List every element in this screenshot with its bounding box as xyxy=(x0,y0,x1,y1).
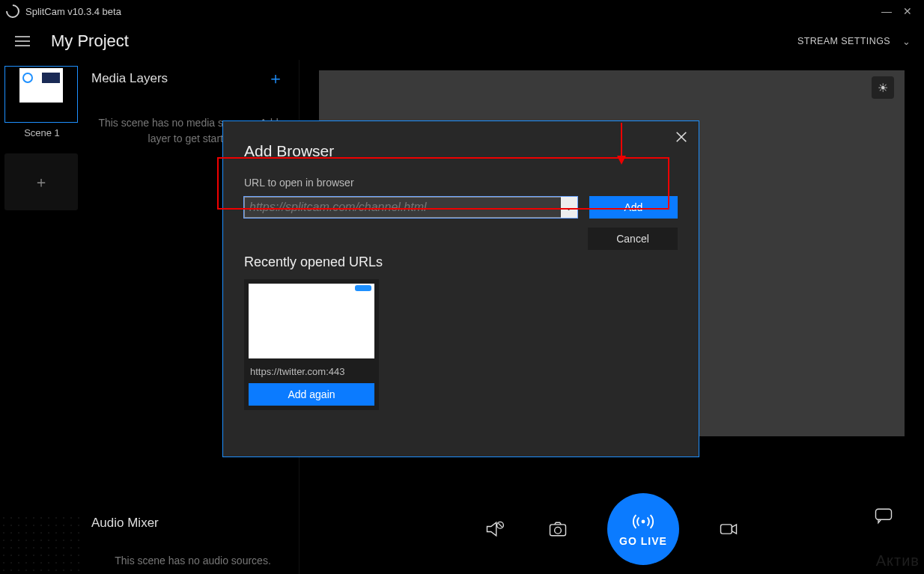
stream-settings-button[interactable]: STREAM SETTINGS xyxy=(797,36,890,46)
brightness-button[interactable]: ☀ xyxy=(872,76,894,99)
app-logo-icon xyxy=(3,1,22,20)
svg-point-3 xyxy=(555,527,562,534)
close-icon xyxy=(675,130,688,144)
add-button[interactable]: Add xyxy=(589,196,678,219)
app-title: SplitCam v10.3.4 beta xyxy=(25,6,121,17)
close-window-button[interactable]: ✕ xyxy=(897,5,918,17)
bottom-toolbar: GO LIVE xyxy=(300,484,924,574)
recent-url-text: https://twitter.com:443 xyxy=(249,358,374,383)
recent-url-thumbnail[interactable] xyxy=(249,284,374,358)
dialog-close-button[interactable] xyxy=(675,130,688,147)
menu-button[interactable] xyxy=(7,26,37,56)
decorative-dots xyxy=(0,514,82,574)
title-bar: SplitCam v10.3.4 beta — ✕ xyxy=(0,0,924,22)
webcam-button[interactable] xyxy=(715,516,742,543)
audio-mixer-title: Audio Mixer xyxy=(91,516,294,531)
url-input[interactable] xyxy=(244,197,577,218)
camera-icon xyxy=(547,519,568,540)
add-media-layer-button[interactable]: ＋ xyxy=(263,67,288,90)
svg-line-1 xyxy=(498,523,502,527)
chevron-down-icon: ⌄ xyxy=(565,203,572,213)
recent-url-card: https://twitter.com:443 Add again xyxy=(244,279,379,410)
cancel-button[interactable]: Cancel xyxy=(588,228,678,250)
minimize-button[interactable]: — xyxy=(876,5,897,17)
go-live-label: GO LIVE xyxy=(619,535,667,547)
snapshot-button[interactable] xyxy=(544,516,571,543)
project-bar: My Project STREAM SETTINGS ⌄ xyxy=(0,22,924,60)
broadcast-icon xyxy=(631,511,655,532)
dialog-title: Add Browser xyxy=(223,121,699,160)
scenes-panel: Scene 1 ＋ xyxy=(0,60,84,574)
video-camera-icon xyxy=(718,519,739,540)
mute-button[interactable] xyxy=(481,516,508,543)
svg-rect-5 xyxy=(721,525,732,534)
add-browser-dialog: Add Browser URL to open in browser ⌄ Add… xyxy=(222,120,699,457)
url-dropdown-toggle[interactable]: ⌄ xyxy=(561,197,577,218)
svg-rect-6 xyxy=(876,509,892,519)
add-again-button[interactable]: Add again xyxy=(249,383,374,406)
chat-button[interactable] xyxy=(870,502,897,529)
scene-thumbnail[interactable] xyxy=(4,66,78,123)
svg-point-4 xyxy=(642,520,645,524)
media-layers-title: Media Layers xyxy=(91,71,168,86)
watermark-text: Актив xyxy=(876,552,920,570)
plus-icon: ＋ xyxy=(34,172,49,192)
chat-icon xyxy=(873,505,894,526)
project-name: My Project xyxy=(51,31,129,51)
sun-icon: ☀ xyxy=(878,81,888,95)
recent-urls-title: Recently opened URLs xyxy=(244,254,678,270)
add-scene-button[interactable]: ＋ xyxy=(4,153,78,210)
url-field-label: URL to open in browser xyxy=(244,177,678,189)
chevron-down-icon[interactable]: ⌄ xyxy=(896,36,917,47)
speaker-mute-icon xyxy=(484,519,505,540)
audio-empty-message: This scene has no audio sources. xyxy=(91,555,294,567)
scene-label: Scene 1 xyxy=(4,127,79,138)
go-live-button[interactable]: GO LIVE xyxy=(607,493,679,565)
